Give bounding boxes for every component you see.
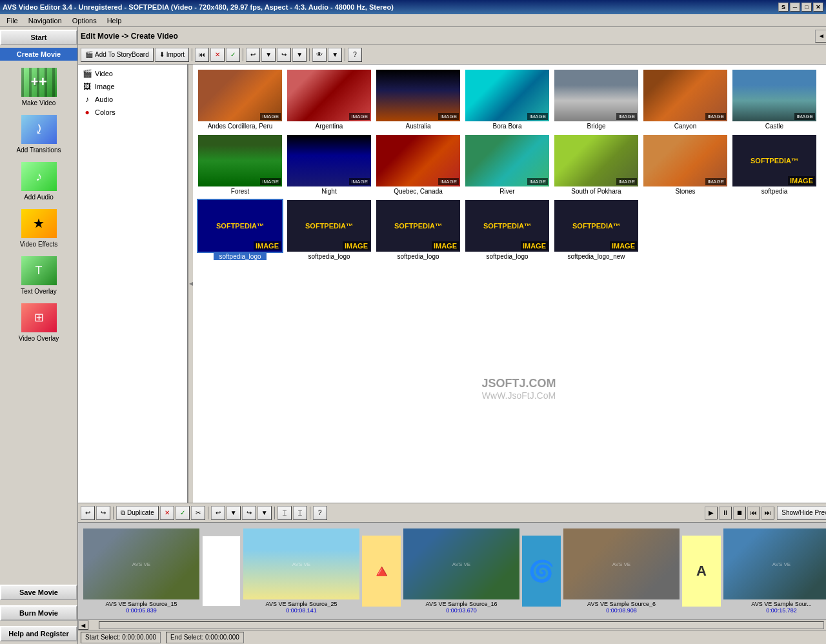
redo-dropdown-button[interactable]: ▼ (292, 48, 307, 62)
sb-redo2-btn[interactable]: ↪ (242, 506, 256, 520)
storyboard-clip-white[interactable] (202, 536, 241, 607)
sidebar-item-video-overlay[interactable]: ⊞ Video Overlay (0, 301, 77, 342)
media-name-forest: Forest (231, 188, 249, 195)
image-tree-icon: 🖼 (82, 81, 92, 92)
sb-help-btn[interactable]: ? (313, 506, 327, 520)
next-frame-button[interactable]: ⏭ (761, 507, 774, 519)
storyboard-undo-btn[interactable]: ↩ (81, 506, 95, 520)
sidebar-item-add-audio[interactable]: ♪ Add Audio (0, 160, 77, 201)
sidebar-item-video-effects[interactable]: ★ Video Effects (0, 207, 77, 248)
storyboard-clip-16[interactable]: AVS VE AVS VE Sample Source_16 0:00:03.6… (403, 528, 519, 614)
media-item-australia[interactable]: IMAGE Australia (376, 70, 460, 130)
confirm-button[interactable]: ✓ (226, 48, 240, 62)
storyboard-clip-sample[interactable]: AVS VE AVS VE Sample Sour... 0:00:15.782 (723, 528, 826, 614)
media-item-softpedia-logo-2[interactable]: SOFTPEDIA™ IMAGE softpedia_logo (287, 200, 371, 260)
file-tree: 🎬 Video 🖼 Image ♪ Audio ● Colors (78, 65, 188, 503)
close-button[interactable]: ✕ (813, 3, 823, 12)
import-button[interactable]: ⬇ Import (155, 48, 189, 62)
menu-help[interactable]: Help (102, 15, 127, 26)
storyboard-clip-6[interactable]: AVS VE AVS VE Sample Source_6 0:00:08.90… (563, 528, 680, 614)
prev-frame-button[interactable]: ⏮ (747, 507, 760, 519)
undo-dropdown-button[interactable]: ▼ (261, 48, 276, 62)
help-button[interactable]: ? (348, 48, 362, 62)
menu-file[interactable]: File (1, 15, 23, 26)
view-button[interactable]: 👁 (312, 48, 327, 62)
storyboard-transition-2[interactable]: 🌀 (522, 536, 561, 607)
media-item-canyon[interactable]: IMAGE Canyon (643, 70, 727, 130)
media-item-bridge[interactable]: IMAGE Bridge (554, 70, 638, 130)
s-button[interactable]: S (778, 3, 789, 12)
help-register-button[interactable]: Help and Register (0, 626, 77, 641)
clip-time-6: 0:00:08.908 (606, 607, 637, 614)
nav-back-button[interactable]: ◄ (815, 30, 826, 43)
storyboard-redo-btn[interactable]: ↪ (96, 506, 110, 520)
skip-back-button[interactable]: ⏮ (195, 48, 209, 62)
media-item-softpedia-logo-new[interactable]: SOFTPEDIA™ IMAGE softpedia_logo_new (554, 200, 638, 260)
clip-thumb-white (202, 536, 241, 607)
sb-undo2-btn[interactable]: ↩ (211, 506, 225, 520)
view-dropdown-button[interactable]: ▼ (328, 48, 342, 62)
sb-mark-in-btn[interactable]: ⌶ (277, 506, 292, 520)
sb-delete-btn[interactable]: ✕ (160, 506, 174, 520)
sb-redo2-dd[interactable]: ▼ (257, 506, 272, 520)
media-name-quebec: Quebec, Canada (394, 188, 443, 195)
watermark-line1: JSOFTJ.COM (481, 377, 556, 390)
scroll-track[interactable] (99, 621, 824, 629)
tree-item-video[interactable]: 🎬 Video (81, 67, 185, 80)
sb-confirm-btn[interactable]: ✓ (176, 506, 190, 520)
media-thumb-australia: IMAGE (376, 70, 460, 121)
duplicate-button[interactable]: ⧉ Duplicate (116, 506, 159, 520)
show-hide-preview-button[interactable]: Show/Hide Preview (777, 506, 826, 520)
media-item-quebec[interactable]: IMAGE Quebec, Canada (376, 135, 460, 195)
burn-movie-button[interactable]: Burn Movie (0, 605, 77, 621)
sidebar-item-text-overlay[interactable]: T Text Overlay (0, 254, 77, 295)
media-item-southpokhara[interactable]: IMAGE South of Pokhara (554, 135, 638, 195)
storyboard-transition-1[interactable]: 🔺 (362, 536, 401, 607)
media-item-borabora[interactable]: IMAGE Bora Bora (465, 70, 549, 130)
media-item-castle[interactable]: IMAGE Castle (732, 70, 816, 130)
media-item-river[interactable]: IMAGE River (465, 135, 549, 195)
undo-button[interactable]: ↩ (246, 48, 260, 62)
media-item-andes[interactable]: IMAGE Andes Cordillera, Peru (198, 70, 282, 130)
scroll-left-btn[interactable]: ◄ (78, 620, 88, 630)
sidebar-item-make-video[interactable]: + Make Video (0, 66, 77, 106)
pause-button[interactable]: ⏸ (719, 507, 732, 519)
storyboard-clip-25[interactable]: AVS VE AVS VE Sample Source_25 0:00:08.1… (243, 528, 359, 614)
status-bar: Start Select: 0:00:00.000 End Select: 0:… (78, 630, 826, 644)
redo-button[interactable]: ↪ (277, 48, 291, 62)
storyboard-text-overlay-1[interactable]: A (682, 536, 721, 607)
media-item-argentina[interactable]: IMAGE Argentina (287, 70, 371, 130)
storyboard-clip-15[interactable]: AVS VE AVS VE Sample Source_15 0:00:05.8… (83, 528, 199, 614)
media-item-stones[interactable]: IMAGE Stones (643, 135, 727, 195)
media-item-softpedia[interactable]: SOFTPEDIA™ IMAGE softpedia (732, 135, 816, 195)
media-thumb-softpedia-logo-sel: SOFTPEDIA™ IMAGE (198, 200, 282, 252)
content-splitter[interactable] (188, 65, 193, 503)
media-item-softpedia-logo-4[interactable]: SOFTPEDIA™ IMAGE softpedia_logo (465, 200, 549, 260)
save-movie-button[interactable]: Save Movie (0, 585, 77, 600)
text-overlay-label: Text Overlay (21, 288, 57, 295)
maximize-button[interactable]: □ (801, 3, 812, 12)
stop-button[interactable]: ⏹ (733, 507, 746, 519)
sb-undo2-dd[interactable]: ▼ (227, 506, 241, 520)
tree-item-audio[interactable]: ♪ Audio (81, 93, 185, 106)
menu-options[interactable]: Options (67, 15, 102, 26)
sb-sep-4 (310, 507, 310, 519)
storyboard-scrollbar[interactable]: ◄ ► (78, 619, 826, 630)
tree-item-image[interactable]: 🖼 Image (81, 80, 185, 93)
media-item-softpedia-logo-sel[interactable]: SOFTPEDIA™ IMAGE softpedia_logo (198, 200, 282, 260)
main-layout: Start Create Movie + Make Video ⤸ Add Tr… (0, 27, 826, 644)
sidebar-item-add-transitions[interactable]: ⤸ Add Transitions (0, 113, 77, 154)
media-item-night[interactable]: IMAGE Night (287, 135, 371, 195)
sb-cut-btn[interactable]: ✂ (191, 506, 205, 520)
menu-navigation[interactable]: Navigation (23, 15, 67, 26)
add-to-storyboard-button[interactable]: 🎬 Add To StoryBoard (81, 48, 154, 62)
media-item-softpedia-logo-3[interactable]: SOFTPEDIA™ IMAGE softpedia_logo (376, 200, 460, 260)
play-button[interactable]: ▶ (705, 507, 718, 519)
minimize-button[interactable]: ─ (790, 3, 800, 12)
sb-mark-out-btn[interactable]: ⌶ (293, 506, 307, 520)
media-name-argentina: Argentina (316, 123, 343, 130)
delete-button[interactable]: ✕ (210, 48, 225, 62)
tree-item-colors[interactable]: ● Colors (81, 106, 185, 119)
start-button[interactable]: Start (0, 30, 77, 45)
media-item-forest[interactable]: IMAGE Forest (198, 135, 282, 195)
